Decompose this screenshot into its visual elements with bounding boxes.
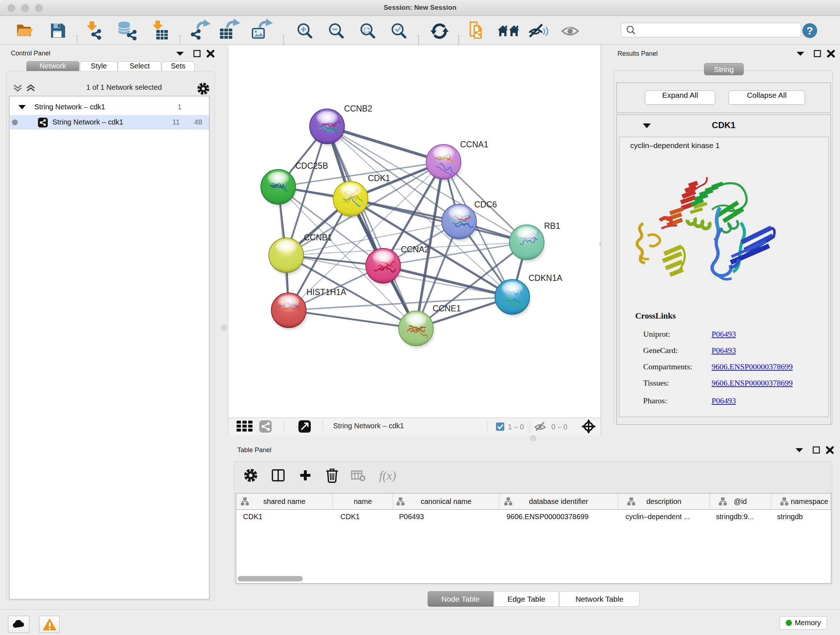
svg-text:CDC6: CDC6	[474, 200, 497, 209]
svg-text:1 – 0: 1 – 0	[508, 423, 524, 431]
svg-text:CDC25B: CDC25B	[295, 161, 328, 171]
svg-text:CDK1: CDK1	[368, 173, 390, 183]
svg-text:HIST1H1A: HIST1H1A	[306, 287, 347, 297]
svg-text:CCNE1: CCNE1	[433, 304, 461, 313]
svg-text:CCNA2: CCNA2	[401, 245, 429, 254]
svg-text:CCNB2: CCNB2	[344, 104, 372, 113]
svg-text:CCNA1: CCNA1	[460, 140, 488, 149]
svg-text:f(x): f(x)	[379, 469, 396, 483]
svg-text:0 – 0: 0 – 0	[551, 423, 567, 431]
svg-text:CDKN1A: CDKN1A	[529, 273, 562, 283]
svg-text:CCNB1: CCNB1	[304, 233, 332, 242]
svg-text:RB1: RB1	[544, 221, 561, 231]
